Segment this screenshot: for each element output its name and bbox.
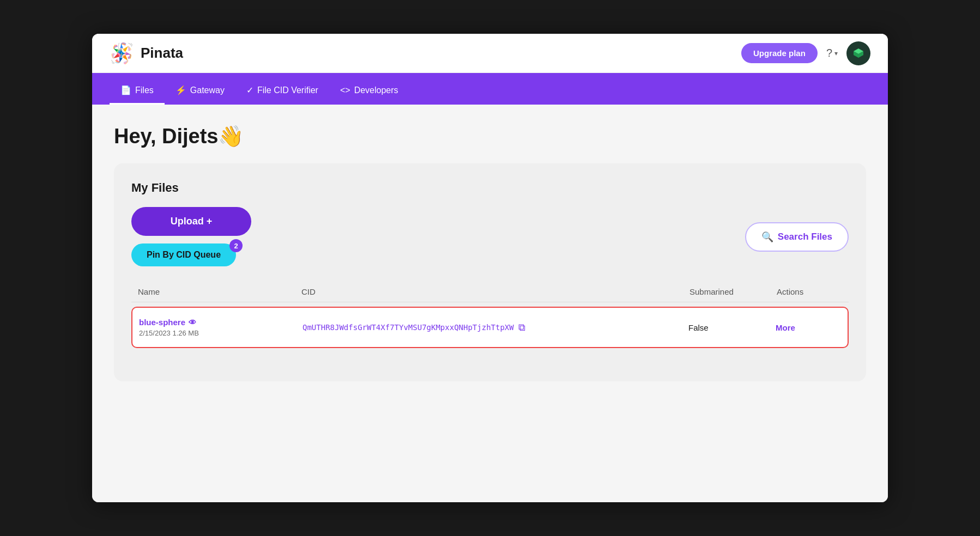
header-right: Upgrade plan ? ▾ — [741, 41, 870, 65]
nav-item-file-cid-verifier[interactable]: ✓ File CID Verifier — [235, 77, 329, 105]
col-submarined: Submarined — [689, 287, 777, 296]
logo-text: Pinata — [141, 45, 183, 62]
upload-button[interactable]: Upload + — [131, 207, 251, 236]
pin-cid-button[interactable]: Pin By CID Queue 2 — [131, 243, 236, 266]
nav-item-cid-label: File CID Verifier — [257, 86, 318, 95]
copy-icon[interactable]: ⧉ — [518, 322, 525, 333]
cid-cell: QmUTHR8JWdfsGrWT4Xf7TYvMSU7gKMpxxQNHpTjz… — [303, 322, 688, 333]
upgrade-plan-button[interactable]: Upgrade plan — [741, 43, 818, 63]
pin-cid-label: Pin By CID Queue — [147, 250, 221, 259]
pin-cid-badge: 2 — [229, 239, 243, 252]
search-files-button[interactable]: 🔍 Search Files — [745, 222, 849, 252]
search-files-label: Search Files — [778, 232, 832, 242]
chevron-down-icon: ▾ — [834, 50, 838, 57]
header: 🪅 Pinata Upgrade plan ? ▾ — [92, 34, 888, 73]
layers-icon — [852, 47, 864, 59]
help-button[interactable]: ? ▾ — [826, 47, 838, 59]
search-icon: 🔍 — [761, 231, 773, 243]
file-name-link[interactable]: blue-sphere 👁 — [139, 318, 303, 327]
greeting-heading: Hey, Dijets👋 — [114, 124, 866, 148]
actions-more-button[interactable]: More — [776, 323, 841, 332]
nav-item-files-label: Files — [135, 86, 154, 95]
cid-value: QmUTHR8JWdfsGrWT4Xf7TYvMSU7gKMpxxQNHpTjz… — [303, 323, 514, 332]
button-row: Upload + Pin By CID Queue 2 🔍 Search Fil… — [131, 207, 849, 266]
logo-icon: 🪅 — [110, 44, 134, 63]
files-card: My Files Upload + Pin By CID Queue 2 🔍 S… — [114, 163, 866, 381]
nav-item-gateway-label: Gateway — [190, 86, 225, 95]
avatar-button[interactable] — [846, 41, 870, 65]
file-date: 2/15/2023 1.26 MB — [139, 329, 303, 337]
nav-item-files[interactable]: 📄 Files — [110, 77, 165, 105]
col-actions: Actions — [777, 287, 842, 296]
files-nav-icon: 📄 — [120, 85, 131, 95]
cid-verifier-nav-icon: ✓ — [246, 85, 253, 95]
gateway-nav-icon: ⚡ — [176, 85, 186, 95]
col-name: Name — [138, 287, 301, 296]
nav-item-gateway[interactable]: ⚡ Gateway — [165, 77, 235, 105]
table-row: blue-sphere 👁 2/15/2023 1.26 MB QmUTHR8J… — [131, 307, 849, 348]
nav-bar: 📄 Files ⚡ Gateway ✓ File CID Verifier <>… — [92, 73, 888, 105]
help-icon: ? — [826, 47, 832, 59]
files-section-title: My Files — [131, 181, 849, 195]
nav-item-developers-label: Developers — [354, 86, 398, 95]
file-name-text: blue-sphere — [139, 318, 185, 327]
logo-area: 🪅 Pinata — [110, 44, 183, 63]
developers-nav-icon: <> — [340, 86, 350, 95]
eye-icon: 👁 — [189, 318, 196, 327]
browser-window: 🪅 Pinata Upgrade plan ? ▾ 📄 Files ⚡ Ga — [92, 34, 888, 502]
file-name-cell: blue-sphere 👁 2/15/2023 1.26 MB — [139, 318, 303, 337]
col-cid: CID — [301, 287, 689, 296]
button-left: Upload + Pin By CID Queue 2 — [131, 207, 251, 266]
nav-item-developers[interactable]: <> Developers — [329, 78, 409, 105]
submarined-cell: False — [688, 323, 776, 332]
main-content: Hey, Dijets👋 My Files Upload + Pin By CI… — [92, 105, 888, 502]
table-header: Name CID Submarined Actions — [131, 282, 849, 302]
